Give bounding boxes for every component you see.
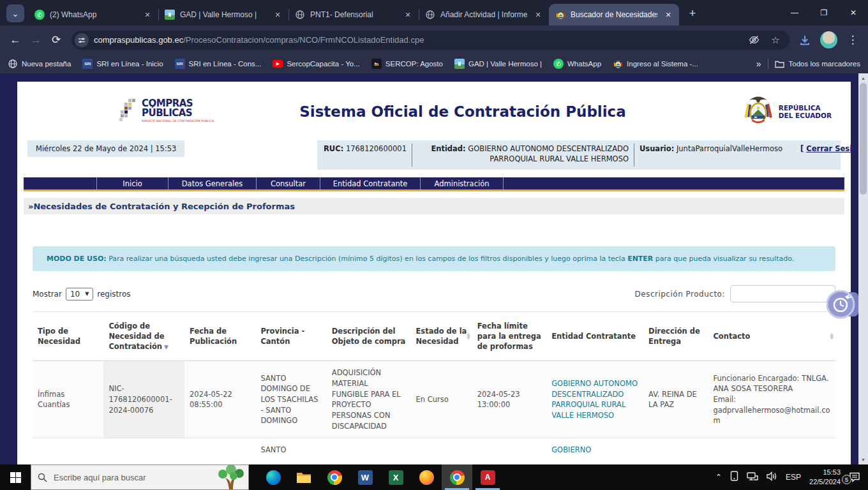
bookmark-label: Nueva pestaña (22, 60, 71, 68)
sort-descending-icon[interactable]: ▼ (164, 344, 168, 350)
entity-link[interactable]: GOBIERNO (551, 445, 591, 454)
tab-search-button[interactable]: ⌄ (6, 4, 24, 22)
globe-icon (425, 10, 435, 20)
tray-chevron-up-icon[interactable]: ⌃ (715, 473, 722, 482)
bookmark-sercop-agosto[interactable]: fn SERCOP: Agosto (371, 59, 443, 69)
col-codigo-necesidad[interactable]: Código de Necesidad de Contratación▼ (103, 312, 184, 361)
sort-both-icon[interactable]: ▲▼ (467, 332, 470, 341)
col-direccion-entrega[interactable]: Dirección de Entrega (643, 312, 708, 361)
col-contacto[interactable]: Contacto ▲▼ (708, 312, 835, 361)
floating-clock-widget[interactable] (827, 289, 860, 320)
tab-whatsapp[interactable]: ✆ (2) WhatsApp ✕ (28, 4, 158, 26)
sort-both-icon[interactable]: ▲▼ (830, 332, 834, 341)
nav-item-entidad-contratante[interactable]: Entidad Contratante (320, 177, 420, 189)
col-provincia-canton[interactable]: Provincia - Cantón (255, 312, 326, 361)
tab-close-icon[interactable]: ✕ (142, 9, 153, 20)
taskbar-firefox-button[interactable] (411, 464, 442, 490)
usage-bold: MODO DE USO: (47, 255, 107, 263)
window-close-button[interactable]: ✕ (839, 0, 868, 26)
cell-tipo (33, 438, 103, 464)
profile-avatar[interactable] (820, 31, 837, 48)
nav-item-consultar[interactable]: Consultar (256, 177, 320, 189)
browser-tab-strip: ⌄ ✆ (2) WhatsApp ✕ GAD | Valle Hermoso |… (0, 0, 868, 26)
taskbar-edge-button[interactable] (258, 464, 288, 490)
phone-link-icon[interactable] (730, 471, 738, 484)
taskbar-excel-button[interactable]: X (380, 464, 411, 490)
site-info-tune-icon[interactable] (75, 33, 89, 47)
tab-anadir-actividad[interactable]: Añadir Actividad | Informes | ✕ (419, 4, 549, 26)
scrollbar-down-arrow-icon[interactable]: ▼ (858, 455, 868, 464)
show-records-select[interactable]: 10 ▼ (66, 288, 93, 301)
page-scrollbar[interactable]: ▲ ▼ (858, 73, 868, 464)
eye-off-icon[interactable] (746, 33, 761, 48)
language-indicator[interactable]: ESP (786, 473, 801, 482)
col-descripcion-objeto[interactable]: Descripción del Objeto de compra (327, 312, 411, 361)
address-bar[interactable]: compraspublicas.gob.ec/ProcesoContrataci… (71, 31, 789, 50)
entity-cell: Entidad: GOBIERNO AUTONOMO DESCENTRALIZA… (417, 144, 629, 167)
bookmark-nueva-pestana[interactable]: Nueva pestaña (8, 59, 71, 69)
tab-close-icon[interactable]: ✕ (272, 9, 283, 20)
bookmark-sercopcapacita[interactable]: ▶ SercopCapacita - Yo... (273, 60, 359, 68)
notification-center-button[interactable]: 5 (849, 472, 860, 482)
bookmark-ingreso-sistema[interactable]: Ingreso al Sistema -... (613, 59, 698, 69)
table-row: SANTO GOBIERNO (33, 438, 835, 464)
cell-fecha-publicacion (184, 438, 255, 464)
taskbar-chrome-button[interactable] (319, 464, 350, 490)
tab-buscador-necesidades-active[interactable]: Buscador de Necesidades de ✕ (549, 4, 679, 26)
excel-icon: X (389, 470, 403, 485)
taskbar-word-button[interactable]: W (350, 464, 380, 490)
window-minimize-button[interactable]: — (780, 0, 809, 26)
reload-icon[interactable]: ⟳ (46, 30, 66, 50)
bookmark-sri-consultas[interactable]: SRI SRI en Línea - Cons... (175, 59, 262, 69)
bookmark-gad-valle-hermoso[interactable]: GAD | Valle Hermoso | (454, 59, 542, 69)
taskbar-chrome-window-button[interactable] (442, 464, 472, 490)
ruc-label: RUC: (324, 144, 343, 153)
menu-kebab-icon[interactable]: ⋮ (842, 30, 863, 50)
col-estado-necesidad[interactable]: Estado de la Necesidad ▲▼ (411, 312, 472, 361)
clock[interactable]: 15:53 22/5/2024 (809, 468, 841, 487)
taskbar-file-explorer-button[interactable] (288, 464, 319, 490)
tab-close-icon[interactable]: ✕ (402, 9, 414, 20)
bookmark-sri-inicio[interactable]: SRI SRI en Línea - Inicio (82, 59, 163, 69)
show-label: Mostrar (33, 290, 62, 299)
logo-tagline: SERVICIO NACIONAL DE CONTRATACIÓN PÚBLIC… (142, 119, 214, 122)
tab-pnt1-defensorial[interactable]: PNT1- Defensorial ✕ (288, 4, 419, 26)
datetime-box: Miércoles 22 de Mayo de 2024 | 15:53 (27, 140, 184, 157)
tab-close-icon[interactable]: ✕ (662, 9, 674, 20)
network-icon[interactable] (747, 471, 758, 484)
taskbar-search-box[interactable]: Escribe aquí para buscar (31, 464, 249, 490)
bookmarks-overflow-icon[interactable]: » (756, 59, 761, 69)
nav-item-datos-generales[interactable]: Datos Generales (168, 177, 256, 189)
all-bookmarks-button[interactable]: Todos los marcadores (775, 59, 861, 69)
new-tab-button[interactable]: + (683, 4, 702, 23)
start-button[interactable] (0, 464, 31, 490)
download-icon[interactable] (795, 30, 815, 50)
col-entidad-contratante[interactable]: Entidad Contratante (546, 312, 643, 361)
nav-item-inicio[interactable]: Inicio (96, 177, 168, 189)
tab-gad-valle-hermoso[interactable]: GAD | Valle Hermoso | ✕ (158, 4, 288, 26)
cell-direccion (643, 438, 708, 464)
tab-close-icon[interactable]: ✕ (532, 9, 544, 20)
logout-label[interactable]: Cerrar Sesión (806, 144, 862, 153)
taskbar-acrobat-button[interactable]: A (472, 464, 503, 490)
folder-icon (775, 59, 785, 69)
word-icon: W (358, 470, 373, 485)
volume-icon[interactable] (767, 471, 777, 484)
col-fecha-publicacion[interactable]: Fecha de Publicación (184, 312, 255, 361)
bookmark-whatsapp[interactable]: ✆ WhatsApp (553, 59, 601, 69)
nav-item-administracion[interactable]: Administración (420, 177, 504, 189)
window-restore-button[interactable]: ❐ (809, 0, 839, 26)
tab-title: Añadir Actividad | Informes | (440, 10, 527, 19)
entity-link[interactable]: GOBIERNO AUTONOMO DESCENTRALIZADO PARROQ… (551, 379, 638, 420)
col-tipo-necesidad[interactable]: Tipo de Necesidad (33, 312, 103, 361)
table-row: Ínfimas Cuantías NIC-1768120600001-2024-… (33, 361, 835, 438)
col-fecha-limite[interactable]: Fecha límite para la entrega de proforma… (472, 312, 546, 361)
product-description-input[interactable] (730, 285, 835, 302)
scrollbar-thumb[interactable] (860, 83, 867, 195)
bookmark-star-icon[interactable]: ☆ (768, 33, 783, 48)
usage-enter: ENTER (627, 255, 653, 263)
back-icon[interactable]: ← (5, 30, 26, 50)
forward-icon[interactable]: → (26, 30, 46, 50)
tab-title: Buscador de Necesidades de (571, 10, 657, 19)
scrollbar-up-arrow-icon[interactable]: ▲ (858, 73, 868, 83)
